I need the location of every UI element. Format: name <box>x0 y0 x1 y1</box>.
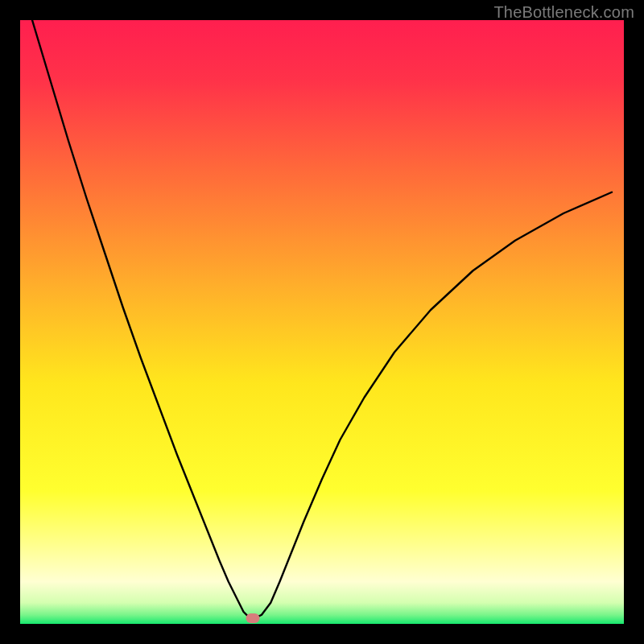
optimum-marker <box>246 613 259 623</box>
curve-layer <box>20 20 624 624</box>
watermark-text: TheBottleneck.com <box>493 3 634 22</box>
bottleneck-curve <box>32 20 612 618</box>
chart-stage: TheBottleneck.com <box>0 0 644 644</box>
plot-area <box>20 20 624 624</box>
